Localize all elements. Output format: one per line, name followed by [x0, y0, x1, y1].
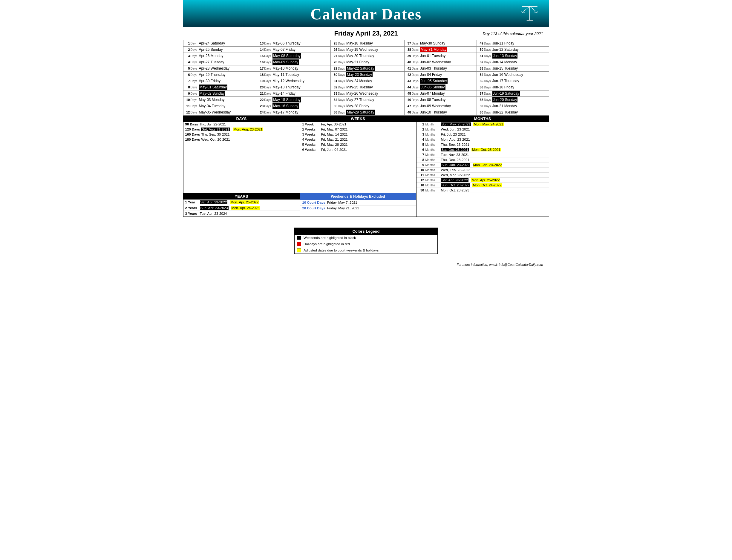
- table-row: 23DaysMay-16 Sunday: [257, 103, 331, 109]
- months-date: Sat, Apr. 23-2022: [441, 178, 469, 182]
- months-row: 1MonthSun, May. 23-2021Mon. May. 24-2021: [417, 122, 549, 127]
- table-row: 1DayApr-24 Saturday: [183, 40, 257, 47]
- table-row: 45DaysJun-07 Monday: [404, 90, 477, 97]
- months-date: Thu, Sep. 23-2021: [441, 143, 469, 146]
- table-row: 42DaysJun-04 Friday: [404, 72, 477, 78]
- weeks-date: Fri, Jun. 04-2021: [321, 148, 347, 151]
- table-row: 15DaysMay-08 Saturday: [257, 53, 331, 59]
- months-num: 9: [418, 163, 424, 167]
- table-row: 21DaysMay-14 Friday: [257, 90, 331, 97]
- months-num: 10: [418, 168, 424, 172]
- table-row: 2DaysApr-25 Sunday: [183, 47, 257, 53]
- svg-line-2: [523, 6, 530, 11]
- table-row: 26DaysMay-19 Wednesday: [331, 47, 405, 53]
- weeks-num: 3 Weeks: [302, 133, 319, 136]
- table-row: 56DaysJun-18 Friday: [477, 84, 549, 90]
- table-row: 50DaysJun-12 Saturday: [477, 47, 549, 53]
- legend-text: Weekends are highlighted in black: [303, 236, 356, 240]
- months-row: 18MonthsSun, Oct. 23-2022Mon. Oct. 24-20…: [417, 183, 549, 188]
- table-row: 46DaysJun-08 Tuesday: [404, 97, 477, 103]
- table-row: 41DaysJun-03 Thursday: [404, 65, 477, 72]
- months-label: Month: [426, 123, 440, 126]
- months-adj: Mon. Jan. 24-2022: [473, 163, 503, 167]
- table-row: 43DaysJun-05 Saturday: [404, 78, 477, 84]
- page-header: Calendar Dates: [183, 0, 549, 27]
- bottom-row2: YEARS1 YearSat, Apr. 23-2022Mon. Apr. 25…: [183, 193, 549, 217]
- date-bar: Friday April 23, 2021 Day 113 of this ca…: [183, 27, 549, 40]
- court-num: 10 Court Days: [302, 201, 325, 204]
- legend-text: Holidays are highlighted in red: [303, 242, 350, 246]
- table-row: 20DaysMay-13 Thursday: [257, 84, 331, 90]
- court-date: Friday, May 21, 2021: [327, 206, 359, 210]
- footer-email: For more information, email: Info@CourtC…: [183, 261, 549, 268]
- months-date: Wed, Jun. 23-2021: [441, 128, 470, 131]
- months-date: Sun, May. 23-2021: [441, 122, 471, 126]
- months-label: Months: [426, 179, 440, 182]
- years-adj: Mon. Apr. 25-2022: [230, 200, 259, 204]
- months-num: 18: [418, 183, 424, 187]
- weeks-num: 2 Weeks: [302, 128, 319, 131]
- months-label: Months: [426, 143, 440, 146]
- court-row: 20 Court DaysFriday, May 21, 2021: [300, 205, 416, 211]
- table-row: 38DaysMay-31 Monday: [404, 47, 477, 53]
- months-date: Mon, Aug. 23-2021: [441, 138, 470, 141]
- months-adj: Mon. May. 24-2021: [473, 122, 504, 126]
- months-row: 6MonthsSat, Oct. 23-2021Mon. Oct. 25-202…: [417, 147, 549, 152]
- months-label: Months: [426, 168, 440, 172]
- days-section: DAYS90 DaysThu, Jul. 22-2021120 DaysSat,…: [183, 116, 300, 193]
- table-row: 44DaysJun-06 Sunday: [404, 84, 477, 90]
- table-row: 7DaysApr-30 Friday: [183, 78, 257, 84]
- months-num: 3: [418, 133, 424, 136]
- logo-area: [519, 4, 540, 23]
- months-date: Sun, Jan. 23-2022: [441, 163, 470, 167]
- months-row: 30MonthsMon, Oct. 23-2023: [417, 188, 549, 193]
- months-num: 30: [418, 188, 424, 192]
- months-row: 8MonthsThu, Dec. 23-2021: [417, 157, 549, 162]
- legend-swatch: [297, 242, 301, 246]
- table-row: 59DaysJun-21 Monday: [477, 103, 549, 109]
- table-row: 10DaysMay-03 Monday: [183, 97, 257, 103]
- court-date: Friday, May 7, 2021: [327, 201, 357, 204]
- days-row: 90 DaysThu, Jul. 22-2021: [183, 122, 300, 127]
- table-row: 13DaysMay-06 Thursday: [257, 40, 331, 47]
- table-row: 34DaysMay-27 Thursday: [331, 97, 405, 103]
- table-row: 30DaysMay-23 Sunday: [331, 72, 405, 78]
- page-title: Calendar Dates: [310, 5, 422, 23]
- months-num: 12: [418, 178, 424, 182]
- months-date: Fri, Jul. 23-2021: [441, 133, 466, 136]
- days-num: 180 Days: [185, 138, 200, 141]
- years-section: YEARS1 YearSat, Apr. 23-2022Mon. Apr. 25…: [183, 193, 300, 217]
- weeks-row: 4 WeeksFri, May. 21-2021: [300, 137, 416, 142]
- table-row: 5DaysApr-28 Wednesday: [183, 65, 257, 72]
- svg-line-3: [530, 6, 536, 11]
- years-date: Sat, Apr. 23-2022: [200, 200, 228, 204]
- years-num: 1 Year: [185, 200, 199, 204]
- months-date: Thu, Dec. 23-2021: [441, 158, 469, 162]
- weeks-row: 2 WeeksFri, May. 07-2021: [300, 127, 416, 132]
- table-row: 12DaysMay-05 Wednesday: [183, 109, 257, 116]
- table-row: 33DaysMay-26 Wednesday: [331, 90, 405, 97]
- weeks-row: 3 WeeksFri, May. 14-2021: [300, 132, 416, 137]
- days-row: 160 DaysThu, Sep. 30-2021: [183, 132, 300, 137]
- table-row: 40DaysJun-02 Wednesday: [404, 59, 477, 65]
- months-date: Tue, Nov. 23-2021: [441, 153, 469, 157]
- months-num: 7: [418, 153, 424, 157]
- weeks-row: 1 WeekFri, Apr. 30-2021: [300, 122, 416, 127]
- months-row: 3MonthsFri, Jul. 23-2021: [417, 132, 549, 137]
- table-row: 11DaysMay-04 Tuesday: [183, 103, 257, 109]
- table-row: 28DaysMay-21 Friday: [331, 59, 405, 65]
- table-row: 3DaysApr-26 Monday: [183, 53, 257, 59]
- months-row: 12MonthsSat, Apr. 23-2022Mon. Apr. 25-20…: [417, 178, 549, 183]
- table-row: 18DaysMay-11 Tuesday: [257, 72, 331, 78]
- months-row: 2MonthsWed, Jun. 23-2021: [417, 127, 549, 132]
- table-row: 37DaysMay-30 Sunday: [404, 40, 477, 47]
- table-row: 48DaysJun-10 Thursday: [404, 109, 477, 116]
- calendar-main-table: 1DayApr-24 Saturday13DaysMay-06 Thursday…: [183, 40, 549, 116]
- table-row: 35DaysMay-28 Friday: [331, 103, 405, 109]
- days-row: 120 DaysSat, Aug. 21-2021Mon. Aug. 23-20…: [183, 127, 300, 132]
- months-header: MONTHS: [417, 116, 549, 122]
- days-date: Wed, Oct. 20-2021: [201, 138, 230, 141]
- days-num: 90 Days: [185, 122, 198, 126]
- table-row: 6DaysApr-29 Thursday: [183, 72, 257, 78]
- months-row: 11MonthsWed, Mar. 23-2022: [417, 173, 549, 178]
